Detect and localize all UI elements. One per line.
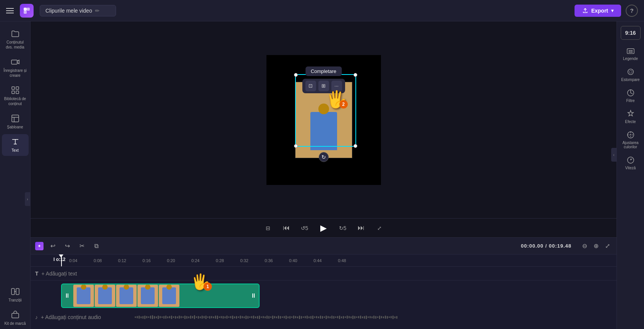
export-dropdown-icon: ▾ [611,8,613,13]
redo-button[interactable]: ↪ [62,241,73,251]
rs-item-color[interactable]: Ajustarea culorilor [618,128,643,152]
sidebar-item-text[interactable]: Text [2,134,29,156]
waveform-bar [331,316,332,319]
left-sidebar: Conținutul dvs. media Înregistrare și cr… [0,21,31,329]
clip-pause-icon[interactable]: ⏸ [62,291,73,301]
waveform-bar [251,316,252,318]
ruler-mark-5: 0:24 [183,258,208,263]
waveform-bar [173,316,174,318]
waveform-bar [383,316,384,318]
waveform-bar [175,316,176,319]
export-button[interactable]: Export ▾ [575,5,621,17]
sidebar-item-library[interactable]: Bibliotecă de conținut [2,83,29,109]
help-button[interactable]: ? [626,5,638,17]
rs-item-speed[interactable]: Viteză [618,153,643,173]
timeline-zoom-controls: ⊖ ⊕ ⤢ [580,241,612,251]
waveform-bar [261,316,262,318]
ruler-mark-9: 0:40 [281,258,305,263]
clip-thumb-1 [73,285,94,307]
waveform-bar [377,316,378,318]
completare-tooltip: Completare [305,66,342,76]
format-selector[interactable]: 9:16 [621,26,641,40]
playback-controls: ⊟ ⏮ ↺5 ▶ ↻5 ⏭ ⤢ [31,218,617,237]
svg-rect-7 [16,91,19,94]
zoom-out-button[interactable]: ⊖ [580,241,589,251]
fullscreen-button[interactable]: ⤢ [373,222,386,234]
waveform-bar [308,316,310,318]
forward-5-button[interactable]: ↻5 [337,222,349,234]
waveform-bar [287,316,289,318]
handle-br[interactable] [353,144,357,148]
sidebar-item-transitions[interactable]: Tranziții [2,284,29,306]
handle-tl[interactable] [294,73,298,77]
video-clip[interactable]: ⏸ [61,284,260,308]
waveform-bar [161,316,163,318]
rs-item-effects[interactable]: Efecte [618,107,643,127]
rs-item-blur[interactable]: Estompare [618,65,643,85]
sidebar-item-media[interactable]: Conținutul dvs. media [2,26,29,53]
template-icon [11,114,20,123]
clip-thumb-4 [137,285,158,307]
waveform-bar [188,316,189,318]
clip-person-4 [141,287,155,304]
waveform-bar [329,316,331,318]
add-audio-button[interactable]: + Adăugați conținut audio [41,314,101,320]
prev-frame-button[interactable]: ⏮ [280,222,292,234]
ruler-mark-2: 0:12 [110,258,134,263]
waveform-bar [310,316,312,319]
waveform-bar [154,316,155,319]
menu-button[interactable] [6,8,14,13]
play-button[interactable]: ▶ [317,221,331,235]
clip-person-5 [162,287,176,304]
sidebar-item-record[interactable]: Înregistrare și creare [2,54,29,81]
waveform-bar [257,316,258,319]
handle-tr[interactable] [353,73,357,77]
zoom-fit-button[interactable]: ⤢ [603,241,612,251]
project-title[interactable]: Clipurile mele video ✏ [40,5,116,16]
waveform-bar [366,316,367,319]
rs-item-filters[interactable]: Filtre [618,86,643,106]
video-toolbar: ⊡ ⊞ ··· [302,79,345,93]
waveform-bar [291,316,292,318]
captions-toggle-button[interactable]: ⊟ [262,222,274,234]
next-frame-button[interactable]: ⏭ [355,222,367,234]
fit-button[interactable]: ⊞ [318,81,329,91]
text-icon [11,137,20,146]
waveform-bar [381,316,382,318]
waveform-bar [148,316,149,318]
undo-button[interactable]: ↩ [47,241,58,251]
playhead[interactable] [61,254,62,266]
zoom-in-button[interactable]: ⊕ [591,241,600,251]
folder-icon [11,29,20,38]
add-text-button[interactable]: + Adăugați text [42,271,77,277]
text-track: T + Adăugați text [31,267,617,280]
waveform-bar [335,316,336,318]
sidebar-item-templates[interactable]: Șabloane [2,111,29,133]
sidebar-item-brand[interactable]: Kit de marcă [2,307,29,329]
waveform-bar [224,316,226,318]
more-button[interactable]: ··· [331,81,342,91]
waveform-bar [150,316,151,319]
sidebar-collapse-handle[interactable]: › [25,192,30,206]
cut-button[interactable]: ✂ [76,241,87,251]
waveform-bar [270,316,271,318]
timeline-tracks: T + Adăugați text ⏸ [31,267,617,329]
waveform-bar [320,316,321,319]
waveform-bar [347,316,348,319]
magic-icon[interactable]: ✦ [35,242,44,250]
svg-rect-0 [24,8,27,11]
rs-item-captions[interactable]: Legende [618,44,643,64]
svg-rect-3 [11,60,17,64]
waveform-bar [371,316,373,318]
svg-rect-9 [11,288,15,295]
waveform-bar [259,316,260,319]
svg-rect-6 [12,91,15,94]
copy-button[interactable]: ⧉ [91,241,102,251]
crop-button[interactable]: ⊡ [305,81,316,91]
right-sidebar-collapse[interactable]: ‹ [611,148,617,162]
waveform-bar [209,316,210,319]
waveform-bar [289,316,291,319]
ruler-mark-8: 0:36 [257,258,281,263]
rewind-5-button[interactable]: ↺5 [299,222,311,234]
rotate-handle[interactable]: ↻ [319,152,329,162]
